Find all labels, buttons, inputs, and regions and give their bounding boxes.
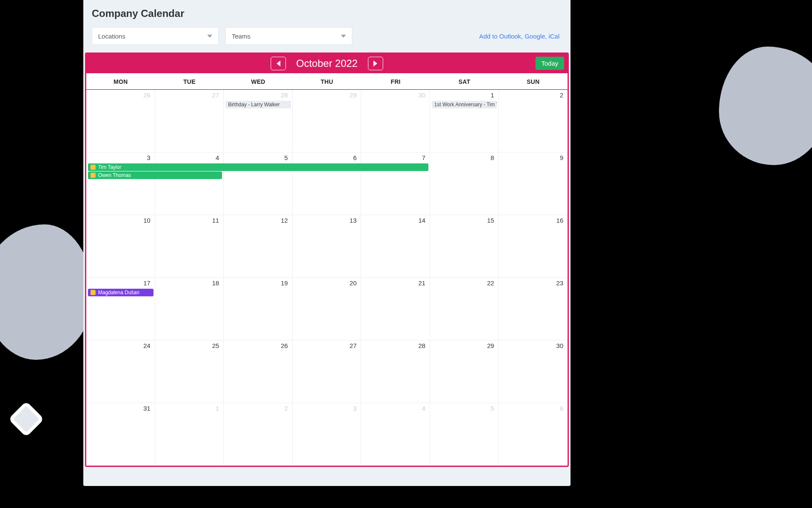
person-icon [91,173,96,178]
teams-select[interactable]: Teams [225,27,352,45]
weekday-header: SUN [499,73,568,89]
day-number: 20 [350,279,357,287]
calendar-event[interactable]: Owen Thomas [88,171,222,179]
day-cell[interactable]: 25 [155,340,224,403]
day-cell[interactable]: 4 [155,152,224,215]
day-cell[interactable]: 31 [86,403,155,466]
weekday-header: WED [224,73,293,89]
day-cell[interactable]: 23 [499,278,568,340]
day-cell[interactable]: 19 [224,278,293,340]
calendar-event[interactable]: Tim Taylor [88,163,428,171]
day-cell[interactable]: 12 [224,215,293,278]
day-number: 19 [281,279,288,287]
calendar-event[interactable]: Birthday - Larry Walker [225,101,291,108]
prev-month-button[interactable] [271,57,286,70]
day-cell[interactable]: 30 [499,340,568,403]
weekday-header: TUE [155,73,224,89]
day-number: 18 [212,279,219,287]
day-cell[interactable]: 21 [361,278,430,340]
day-cell[interactable]: 4 [361,403,430,466]
day-cell[interactable]: 28 [224,90,293,152]
day-number: 24 [143,342,151,349]
page-title: Company Calendar [83,8,571,27]
day-cell[interactable]: 7 [361,152,430,215]
day-cell[interactable]: 6 [293,152,362,215]
teams-select-label: Teams [232,33,250,40]
decorative-blob-right [719,47,812,165]
day-number: 3 [353,405,357,412]
day-number: 30 [418,91,425,99]
day-number: 30 [556,342,563,349]
day-cell[interactable]: 9 [499,152,568,215]
day-cell[interactable]: 20 [293,278,362,340]
chevron-left-icon [277,61,280,66]
day-number: 10 [143,217,151,224]
day-cell[interactable]: 3 [293,403,362,466]
day-cell[interactable]: 27 [155,90,224,152]
day-cell[interactable]: 18 [155,278,224,340]
day-number: 29 [487,342,494,349]
day-number: 2 [284,405,288,412]
day-cell[interactable]: 5 [430,403,499,466]
calendar-grid: 2627282930123456789101112131415161718192… [86,90,568,466]
day-cell[interactable]: 16 [499,215,568,278]
event-label: Owen Thomas [98,172,131,178]
day-cell[interactable]: 27 [293,340,362,403]
today-button[interactable]: Today [535,57,564,70]
day-cell[interactable]: 29 [430,340,499,403]
day-cell[interactable]: 5 [224,152,293,215]
day-number: 27 [212,91,219,99]
day-cell[interactable]: 1 [155,403,224,466]
export-calendar-link[interactable]: Add to Outlook, Google, iCal [479,33,562,40]
day-number: 2 [560,91,563,99]
event-label: Tim Taylor [98,164,121,170]
next-month-button[interactable] [368,57,383,70]
calendar-event[interactable]: 1st Work Anniversary - Tim Taylor [432,101,497,108]
day-cell[interactable]: 8 [430,152,499,215]
weekday-header: MON [86,73,155,89]
day-cell[interactable]: 29 [293,90,362,152]
day-cell[interactable]: 26 [224,340,293,403]
day-cell[interactable]: 22 [430,278,499,340]
weekday-header: SAT [430,73,499,89]
day-cell[interactable]: 30 [361,90,430,152]
event-label: 1st Work Anniversary - Tim Taylor [434,102,497,108]
day-cell[interactable]: 17 [86,278,155,340]
day-cell[interactable]: 3 [86,152,155,215]
calendar: October 2022 Today MONTUEWEDTHUFRISATSUN… [85,52,569,467]
day-cell[interactable]: 28 [361,340,430,403]
day-cell[interactable]: 2 [499,90,568,152]
day-number: 25 [212,342,219,349]
day-number: 22 [487,279,494,287]
weekday-header-row: MONTUEWEDTHUFRISATSUN [86,73,568,90]
day-cell[interactable]: 14 [361,215,430,278]
day-number: 5 [491,405,494,412]
chevron-right-icon [373,61,377,66]
day-number: 6 [560,405,563,412]
day-number: 15 [487,217,494,224]
day-number: 21 [418,279,425,287]
day-cell[interactable]: 10 [86,215,155,278]
chevron-down-icon [207,35,212,38]
day-cell[interactable]: 1 [430,90,499,152]
day-cell[interactable]: 6 [499,403,568,466]
day-cell[interactable]: 15 [430,215,499,278]
day-number: 1 [216,405,219,412]
filters-toolbar: Locations Teams Add to Outlook, Google, … [83,27,571,52]
day-number: 5 [284,154,288,161]
day-number: 17 [143,279,151,287]
day-cell[interactable]: 26 [86,90,155,152]
day-number: 13 [350,217,357,224]
day-number: 12 [281,217,288,224]
day-number: 1 [491,91,494,99]
day-cell[interactable]: 2 [224,403,293,466]
day-number: 7 [422,154,425,161]
day-number: 16 [556,217,563,224]
calendar-header: October 2022 Today [86,54,568,73]
day-cell[interactable]: 13 [293,215,362,278]
calendar-event[interactable]: Magdalena Dušan [88,289,154,296]
locations-select[interactable]: Locations [92,27,219,45]
day-cell[interactable]: 11 [155,215,224,278]
day-number: 26 [281,342,288,349]
day-cell[interactable]: 24 [86,340,155,403]
